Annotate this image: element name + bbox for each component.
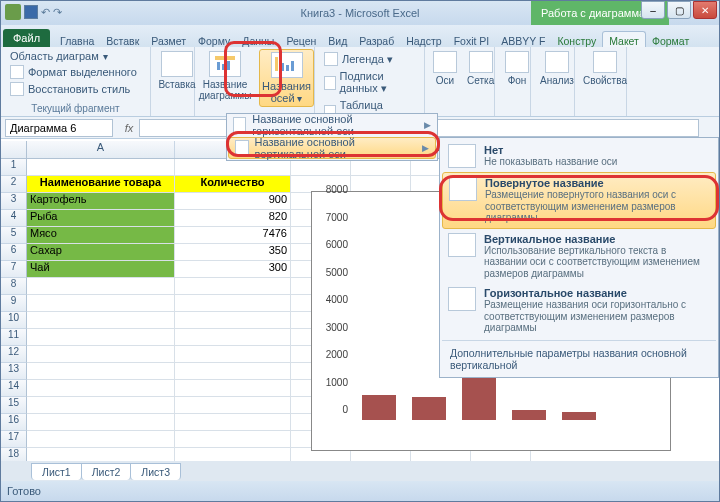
cell[interactable]: Рыба [27,210,175,227]
cell[interactable]: 350 [175,244,291,261]
cell[interactable] [175,278,291,295]
cell[interactable] [27,448,175,461]
gridlines-button[interactable]: Сетка [465,49,496,88]
row-header[interactable]: 18 [1,448,27,461]
cell[interactable] [27,414,175,431]
row-header[interactable]: 16 [1,414,27,431]
chart-title-button[interactable]: Название диаграммы [197,49,253,103]
name-box[interactable]: Диаграмма 6 [5,119,113,137]
sheet-tab[interactable]: Лист1 [31,463,82,480]
fx-icon[interactable]: fx [119,119,139,137]
axis-titles-button[interactable]: Названия осей ▾ [259,49,314,107]
cell[interactable]: Количество [175,176,291,193]
cell[interactable] [175,448,291,461]
row-header[interactable]: 9 [1,295,27,312]
row-header[interactable]: 13 [1,363,27,380]
save-icon[interactable] [24,5,38,19]
cell[interactable]: Наименование товара [27,176,175,193]
bg-icon [505,51,529,73]
properties-button[interactable]: Свойства [581,49,629,88]
more-axis-title-options[interactable]: Дополнительные параметры названия основн… [442,343,716,375]
axis-title-none[interactable]: НетНе показывать название оси [442,140,716,172]
axis-title-horizontal[interactable]: Горизонтальное названиеРазмещение назван… [442,283,716,338]
row-header[interactable]: 4 [1,210,27,227]
row-header[interactable]: 10 [1,312,27,329]
cell[interactable] [351,159,411,176]
cell[interactable]: Картофель [27,193,175,210]
background-button[interactable]: Фон [501,49,533,88]
horizontal-axis-title-item[interactable]: Название основной горизонтальной оси▶ [227,114,437,136]
cell[interactable] [27,312,175,329]
cell[interactable] [175,431,291,448]
row-header[interactable]: 3 [1,193,27,210]
horizontal-icon [448,287,476,311]
cell[interactable] [175,329,291,346]
cell[interactable]: Мясо [27,227,175,244]
cell[interactable] [27,397,175,414]
row-header[interactable]: 7 [1,261,27,278]
cell[interactable]: 820 [175,210,291,227]
cell[interactable]: Сахар [27,244,175,261]
row-header[interactable]: 2 [1,176,27,193]
cell[interactable] [27,380,175,397]
cell[interactable] [27,431,175,448]
chart-bar[interactable] [412,397,446,420]
cell[interactable]: 300 [175,261,291,278]
reset-style-button[interactable]: Восстановить стиль [7,81,144,97]
quick-access-toolbar: ↶ ↷ [5,4,62,20]
axis-title-rotated[interactable]: Повернутое названиеРазмещение повернутог… [442,172,716,229]
cell[interactable] [175,363,291,380]
chart-bar[interactable] [362,395,396,420]
axes-button[interactable]: Оси [431,49,459,88]
cell[interactable] [175,159,291,176]
props-icon [593,51,617,73]
row-header[interactable]: 6 [1,244,27,261]
format-selection-button[interactable]: Формат выделенного [7,64,144,80]
vertical-axis-title-item[interactable]: Название основной вертикальной оси▶ [228,137,436,159]
cell[interactable] [27,278,175,295]
data-labels-button[interactable]: Подписи данных ▾ [321,69,418,96]
cell[interactable] [175,414,291,431]
cell[interactable] [175,397,291,414]
cell[interactable] [27,346,175,363]
cell[interactable] [27,295,175,312]
row-header[interactable]: 11 [1,329,27,346]
col-header[interactable]: A [27,141,175,158]
row-header[interactable]: 1 [1,159,27,176]
cell[interactable]: 900 [175,193,291,210]
legend-button[interactable]: Легенда ▾ [321,51,418,67]
cell[interactable] [27,159,175,176]
cell[interactable] [291,159,351,176]
cell[interactable] [175,312,291,329]
cell[interactable] [175,380,291,397]
row-header[interactable]: 5 [1,227,27,244]
cell[interactable]: Чай [27,261,175,278]
maximize-button[interactable]: ▢ [667,1,691,19]
file-tab[interactable]: Файл [3,29,50,47]
row-header[interactable]: 15 [1,397,27,414]
axis-title-vertical[interactable]: Вертикальное названиеИспользование верти… [442,229,716,284]
cell[interactable] [27,329,175,346]
row-header[interactable]: 14 [1,380,27,397]
cell[interactable] [175,346,291,363]
row-header[interactable]: 17 [1,431,27,448]
minimize-button[interactable]: – [641,1,665,19]
cell[interactable]: 7476 [175,227,291,244]
cell[interactable] [175,295,291,312]
svg-rect-2 [222,64,225,70]
sheet-tab[interactable]: Лист3 [130,463,181,480]
chart-area-selector[interactable]: Область диаграм ▾ [7,49,144,63]
row-header[interactable]: 8 [1,278,27,295]
chart-bar[interactable] [512,410,546,420]
sheet-tab[interactable]: Лист2 [81,463,132,480]
insert-button[interactable]: Вставка [157,49,197,92]
insert-icon [161,51,193,77]
undo-icon[interactable]: ↶ [41,6,50,19]
close-button[interactable]: ✕ [693,1,717,19]
chart-bar[interactable] [562,412,596,420]
redo-icon[interactable]: ↷ [53,6,62,19]
axis-titles-submenu: Название основной горизонтальной оси▶ На… [226,113,438,161]
analysis-button[interactable]: Анализ [537,49,577,88]
row-header[interactable]: 12 [1,346,27,363]
cell[interactable] [27,363,175,380]
